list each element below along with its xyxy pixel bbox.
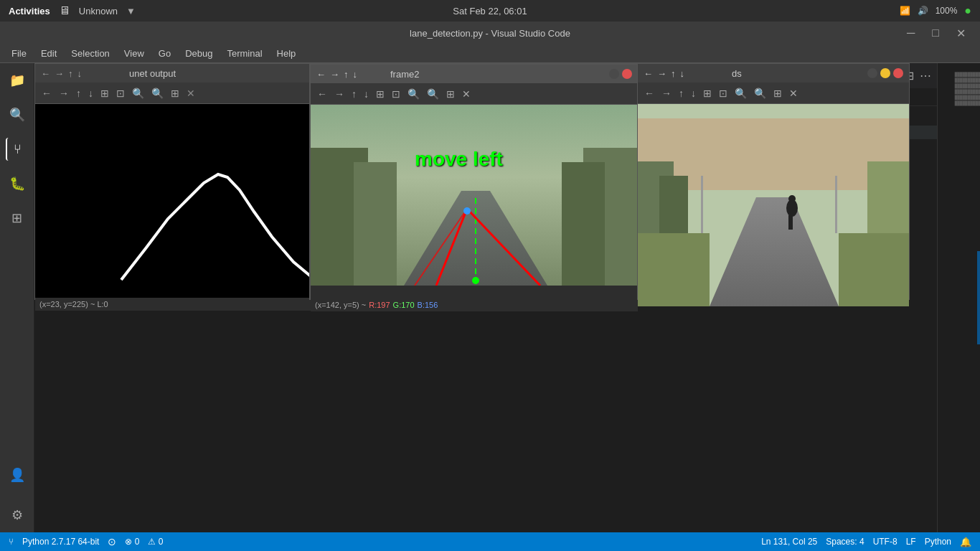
status-encoding[interactable]: UTF-8 xyxy=(873,537,897,547)
ds-fwd-icon[interactable]: → xyxy=(659,86,674,100)
ds-up-icon[interactable]: ↑ xyxy=(677,86,686,100)
unet-nav-forward[interactable]: → xyxy=(55,68,64,79)
unet-fit-icon[interactable]: ⊞ xyxy=(98,86,111,100)
system-bar: Activities 🖥 Unknown ▼ Sat Feb 22, 06:01… xyxy=(0,0,980,22)
activity-explorer[interactable]: 📁 xyxy=(6,69,29,92)
app-name[interactable]: Unknown xyxy=(79,6,118,17)
unet-back-icon[interactable]: ← xyxy=(39,86,54,100)
unet-fwd-icon[interactable]: → xyxy=(57,86,71,100)
unet-title-text: unet output xyxy=(129,68,176,79)
ds-zoomin-icon[interactable]: 🔍 xyxy=(732,86,749,100)
frame2-full-icon[interactable]: ⊞ xyxy=(444,87,457,101)
activities-label[interactable]: Activities xyxy=(9,6,50,17)
ds-toolbar: ← → ↑ ↓ ⊞ ⊡ 🔍 🔍 ⊞ ✕ xyxy=(638,83,909,104)
ds-title-bar: ← → ↑ ↓ ds xyxy=(638,64,909,83)
status-bar-left: ⑂ Python 2.7.17 64-bit ⊙ ⊗ 0 ⚠ 0 xyxy=(9,536,163,547)
ds-minimize-btn[interactable] xyxy=(880,68,890,78)
frame2-nav-up[interactable]: ↑ xyxy=(344,69,349,80)
ds-svg xyxy=(638,104,909,306)
activity-account[interactable]: 👤 xyxy=(6,463,29,486)
app-dropdown-icon[interactable]: ▼ xyxy=(126,6,136,17)
ds-full-icon[interactable]: ⊞ xyxy=(771,86,784,100)
ds-nav-back[interactable]: ← xyxy=(644,68,653,79)
maximize-btn[interactable]: □ xyxy=(926,27,945,40)
frame2-b: B:156 xyxy=(418,301,438,309)
ds-restore-btn[interactable] xyxy=(867,68,877,78)
ds-nav-up[interactable]: ↑ xyxy=(671,68,676,79)
frame2-restore-btn[interactable] xyxy=(609,69,619,79)
ds-nav-fwd[interactable]: → xyxy=(657,68,666,79)
menu-view[interactable]: View xyxy=(118,47,150,60)
ds-window[interactable]: ← → ↑ ↓ ds ← → ↑ ↓ xyxy=(637,63,910,300)
status-lang-mode[interactable]: Python xyxy=(925,537,951,547)
frame2-close-icon[interactable]: ✕ xyxy=(460,87,473,101)
status-language-runtime[interactable]: Python 2.7.17 64-bit xyxy=(22,537,99,547)
frame2-nav-dn[interactable]: ↓ xyxy=(353,69,358,80)
ds-close-icon[interactable]: ✕ xyxy=(787,86,800,100)
unet-fullscreen-icon[interactable]: ⊞ xyxy=(169,86,182,100)
ds-close-btn[interactable] xyxy=(893,68,903,78)
unet-save-icon[interactable]: ✕ xyxy=(184,86,197,100)
menu-selection[interactable]: Selection xyxy=(65,47,115,60)
minimize-btn[interactable]: ─ xyxy=(901,27,920,40)
status-warnings[interactable]: ⚠ 0 xyxy=(148,537,163,547)
unet-title-left: ← → ↑ ↓ unet output xyxy=(41,68,176,79)
menu-help[interactable]: Help xyxy=(271,47,302,60)
frame2-up-icon[interactable]: ↑ xyxy=(349,87,359,101)
activity-debug[interactable]: 🐛 xyxy=(6,172,29,195)
unet-up-icon[interactable]: ↑ xyxy=(74,86,83,100)
ds-zoomout-icon[interactable]: 🔍 xyxy=(752,86,768,100)
unet-nav-back[interactable]: ← xyxy=(41,68,50,79)
frame2-zoomout-icon[interactable]: 🔍 xyxy=(425,87,441,101)
frame2-svg: move left xyxy=(311,105,638,286)
frame2-grid-icon[interactable]: ⊡ xyxy=(390,87,402,101)
frame2-zoomin-icon[interactable]: 🔍 xyxy=(405,87,422,101)
more-actions-icon[interactable]: ⋯ xyxy=(920,69,931,83)
activity-bar: 📁 🔍 ⑂ 🐛 ⊞ 👤 ⚙ xyxy=(0,63,34,532)
unet-title-bar: ← → ↑ ↓ unet output xyxy=(35,64,357,83)
unet-nav-down[interactable]: ↓ xyxy=(77,68,83,79)
frame2-fwd-icon[interactable]: → xyxy=(332,87,347,101)
frame2-back-icon[interactable]: ← xyxy=(315,87,329,101)
frame2-close-btn[interactable] xyxy=(622,69,632,79)
close-btn[interactable]: ✕ xyxy=(951,27,971,40)
unet-down-icon[interactable]: ↓ xyxy=(86,86,95,100)
unet-image-body xyxy=(35,104,357,298)
menu-debug[interactable]: Debug xyxy=(179,47,218,60)
unet-nav-up[interactable]: ↑ xyxy=(68,68,73,79)
ds-dn-icon[interactable]: ↓ xyxy=(689,86,698,100)
activity-extensions[interactable]: ⊞ xyxy=(6,207,29,230)
editor-area: 🐍 run2.py 🐍 lane_detection.py ✕ ▶ ⊟ ⋯ ho… xyxy=(34,63,937,532)
ds-back-icon[interactable]: ← xyxy=(642,86,656,100)
status-errors[interactable]: ⊗ 0 xyxy=(125,537,139,547)
status-spaces[interactable]: Spaces: 4 xyxy=(826,537,864,547)
activity-search[interactable]: 🔍 xyxy=(6,103,29,126)
window-controls[interactable]: ─ □ ✕ xyxy=(901,27,971,40)
minimap-sidebar: ████████████████ ████████████████ ██████… xyxy=(937,63,980,532)
menu-terminal[interactable]: Terminal xyxy=(221,47,268,60)
frame2-fit-icon[interactable]: ⊞ xyxy=(374,87,387,101)
frame2-nav-fwd[interactable]: → xyxy=(330,69,339,80)
network-icon: 📶 xyxy=(900,6,910,16)
menu-go[interactable]: Go xyxy=(153,47,176,60)
status-line-ending[interactable]: LF xyxy=(906,537,916,547)
unet-grid-icon[interactable]: ⊡ xyxy=(114,86,127,100)
scroll-indicator[interactable] xyxy=(977,251,980,345)
menu-file[interactable]: File xyxy=(6,47,32,60)
unet-zoomin-icon[interactable]: 🔍 xyxy=(130,86,146,100)
app-icon: 🖥 xyxy=(59,4,70,17)
frame2-title-text: frame2 xyxy=(390,69,419,80)
menu-edit[interactable]: Edit xyxy=(35,47,62,60)
ds-grid-icon[interactable]: ⊡ xyxy=(717,86,730,100)
unet-zoomout-icon[interactable]: 🔍 xyxy=(149,86,166,100)
ds-nav-dn[interactable]: ↓ xyxy=(680,68,685,79)
ds-fit-icon[interactable]: ⊞ xyxy=(701,86,714,100)
status-feedback-icon[interactable]: 🔔 xyxy=(960,537,971,547)
status-cursor[interactable]: Ln 131, Col 25 xyxy=(761,537,817,547)
frame2-window[interactable]: ← → ↑ ↓ frame2 ← → ↑ ↓ ⊞ xyxy=(309,63,639,300)
frame2-nav-back[interactable]: ← xyxy=(316,69,326,80)
status-bar-right: Ln 131, Col 25 Spaces: 4 UTF-8 LF Python… xyxy=(761,537,971,547)
activity-settings[interactable]: ⚙ xyxy=(6,504,29,527)
frame2-dn-icon[interactable]: ↓ xyxy=(362,87,371,101)
activity-source-control[interactable]: ⑂ xyxy=(6,138,29,161)
